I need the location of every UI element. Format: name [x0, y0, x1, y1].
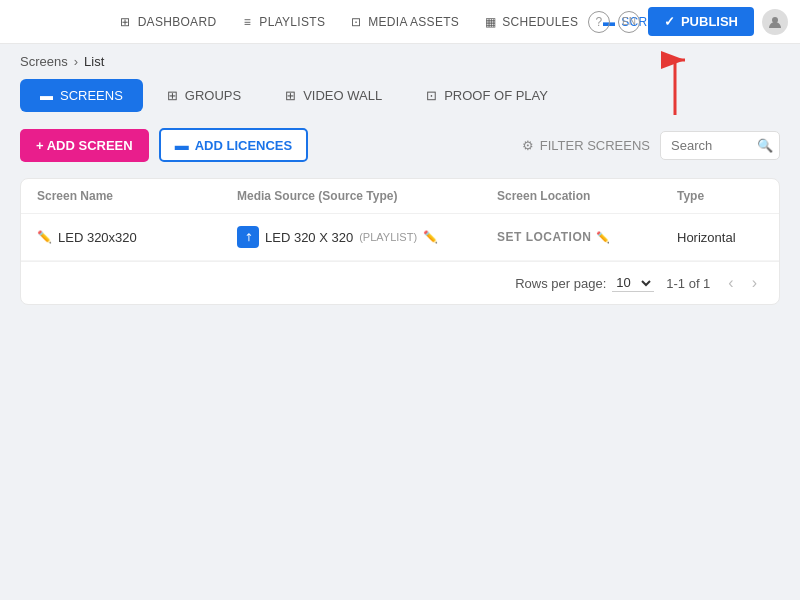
prev-page-button[interactable]: ‹ — [722, 272, 739, 294]
nav-item-schedules[interactable]: ▦ SCHEDULES — [473, 9, 588, 35]
nav-item-media-assets[interactable]: ⊡ MEDIA ASSETS — [339, 9, 469, 35]
col-type: Type — [677, 189, 780, 203]
screen-name-edit-icon[interactable]: ✏️ — [37, 230, 52, 244]
search-box[interactable]: 🔍 — [660, 131, 780, 160]
screen-type-cell: Horizontal — [677, 230, 780, 245]
next-page-button[interactable]: › — [746, 272, 763, 294]
media-source-cell: ↗ LED 320 X 320 (PLAYLIST) ✏️ — [237, 226, 497, 248]
nav-label-playlists: PLAYLISTS — [259, 15, 325, 29]
filter-screens-button[interactable]: ⚙ FILTER SCREENS — [522, 138, 650, 153]
media-source-type: (PLAYLIST) — [359, 231, 417, 243]
search-input[interactable] — [671, 138, 751, 153]
action-row: + ADD SCREEN ▬ ADD LICENCES ⚙ FILTER SCR… — [20, 128, 780, 162]
screen-location-cell: SET LOCATION ✏️ — [497, 230, 677, 244]
tabs-bar: ▬ SCREENS ⊞ GROUPS ⊞ VIDEO WALL ⊡ PROOF … — [20, 79, 780, 112]
breadcrumb: Screens › List — [0, 44, 800, 79]
dashboard-icon: ⊞ — [119, 15, 133, 29]
breadcrumb-separator: › — [74, 54, 78, 69]
checkmark-icon: ✓ — [664, 14, 675, 29]
tab-video-wall-icon: ⊞ — [285, 88, 296, 103]
tab-screens-icon: ▬ — [40, 88, 53, 103]
nav-right-actions: ? EN ✓ PUBLISH — [588, 7, 788, 36]
rows-per-page: Rows per page: 10 25 50 100 — [515, 274, 654, 292]
playlists-icon: ≡ — [240, 15, 254, 29]
top-navigation: ⊞ DASHBOARD ≡ PLAYLISTS ⊡ MEDIA ASSETS ▦… — [0, 0, 800, 44]
tab-groups-icon: ⊞ — [167, 88, 178, 103]
nav-item-dashboard[interactable]: ⊞ DASHBOARD — [109, 9, 227, 35]
col-media-source: Media Source (Source Type) — [237, 189, 497, 203]
search-icon: 🔍 — [757, 138, 773, 153]
main-content: ▬ SCREENS ⊞ GROUPS ⊞ VIDEO WALL ⊡ PROOF … — [0, 79, 800, 305]
nav-label-media-assets: MEDIA ASSETS — [368, 15, 459, 29]
licence-icon: ▬ — [175, 137, 189, 153]
filter-icon: ⚙ — [522, 138, 534, 153]
user-avatar[interactable] — [762, 9, 788, 35]
pagination-row: Rows per page: 10 25 50 100 1-1 of 1 ‹ › — [21, 261, 779, 304]
language-selector[interactable]: EN — [618, 11, 640, 33]
tab-screens[interactable]: ▬ SCREENS — [20, 79, 143, 112]
tab-video-wall[interactable]: ⊞ VIDEO WALL — [265, 79, 402, 112]
col-location: Screen Location — [497, 189, 677, 203]
nav-item-playlists[interactable]: ≡ PLAYLISTS — [230, 9, 335, 35]
col-screen-name: Screen Name — [37, 189, 237, 203]
page-info: 1-1 of 1 — [666, 276, 710, 291]
nav-label-dashboard: DASHBOARD — [138, 15, 217, 29]
help-icon[interactable]: ? — [588, 11, 610, 33]
add-licences-button[interactable]: ▬ ADD LICENCES — [159, 128, 309, 162]
breadcrumb-current: List — [84, 54, 104, 69]
media-source-edit-icon[interactable]: ✏️ — [423, 230, 438, 244]
playlist-badge: ↗ — [237, 226, 259, 248]
table-header: Screen Name Media Source (Source Type) S… — [21, 179, 779, 214]
schedules-icon: ▦ — [483, 15, 497, 29]
page-navigation: ‹ › — [722, 272, 763, 294]
publish-button[interactable]: ✓ PUBLISH — [648, 7, 754, 36]
table-row: ✏️ LED 320x320 ↗ LED 320 X 320 (PLAYLIST… — [21, 214, 779, 261]
location-text: SET LOCATION — [497, 230, 591, 244]
add-screen-button[interactable]: + ADD SCREEN — [20, 129, 149, 162]
tab-proof-of-play-icon: ⊡ — [426, 88, 437, 103]
rows-per-page-label: Rows per page: — [515, 276, 606, 291]
location-edit-icon[interactable]: ✏️ — [596, 231, 611, 244]
screen-name-cell: ✏️ LED 320x320 — [37, 230, 237, 245]
screen-name-text: LED 320x320 — [58, 230, 137, 245]
media-source-name: LED 320 X 320 — [265, 230, 353, 245]
media-assets-icon: ⊡ — [349, 15, 363, 29]
screens-table: Screen Name Media Source (Source Type) S… — [20, 178, 780, 305]
tab-proof-of-play[interactable]: ⊡ PROOF OF PLAY — [406, 79, 568, 112]
rows-per-page-select[interactable]: 10 25 50 100 — [612, 274, 654, 292]
breadcrumb-parent[interactable]: Screens — [20, 54, 68, 69]
link-icon: ↗ — [240, 229, 256, 245]
tab-groups[interactable]: ⊞ GROUPS — [147, 79, 261, 112]
nav-label-schedules: SCHEDULES — [502, 15, 578, 29]
